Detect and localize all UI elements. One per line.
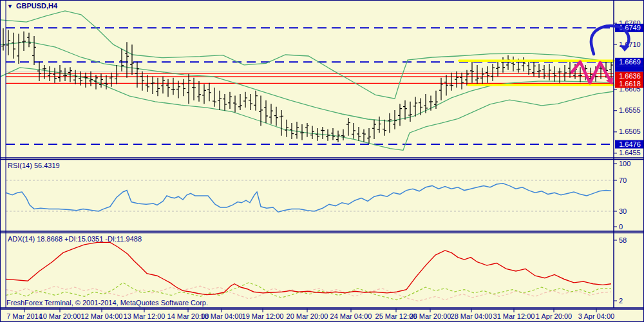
ohlc-bar xyxy=(197,81,201,102)
time-axis-label: 13 Mar 12:00 xyxy=(124,312,166,320)
symbol-title[interactable]: ▼GBPUSD,H4 xyxy=(7,2,57,10)
ohlc-bar xyxy=(249,94,252,110)
rsi-indicator-label: RSI(14) 56.4319 xyxy=(8,162,60,169)
chart-canvas[interactable]: 1.67601.67101.66051.65551.65051.64551.67… xyxy=(1,1,644,322)
bollinger-lower-band xyxy=(1,68,614,150)
adx-line xyxy=(6,242,611,294)
ohlc-bar xyxy=(403,100,407,120)
time-axis-label: 24 Mar 04:00 xyxy=(330,312,372,320)
ohlc-bar xyxy=(223,94,227,111)
time-axis-label: 19 Mar 12:00 xyxy=(242,312,284,320)
copyright-text: FreshForex Terminal, © 2001-2014, MetaQu… xyxy=(6,299,208,307)
ohlc-bar xyxy=(486,66,489,83)
ohlc-bar xyxy=(372,120,376,139)
rsi-axis-label: 100 xyxy=(619,160,630,167)
ohlc-bar xyxy=(285,120,289,137)
ohlc-bar xyxy=(558,68,562,83)
adx-indicator-label: ADX(14) 18.8668 +DI:15.0351 -DI:11.9488 xyxy=(8,235,142,243)
ohlc-bar xyxy=(63,68,67,82)
ohlc-bar xyxy=(362,129,366,142)
ohlc-bar xyxy=(115,65,118,84)
ohlc-bar xyxy=(413,97,417,117)
ohlc-bar xyxy=(274,107,278,126)
ohlc-bar xyxy=(511,57,515,71)
ohlc-bar xyxy=(207,83,211,101)
ohlc-bar xyxy=(305,123,309,137)
ohlc-bar xyxy=(32,36,36,65)
ohlc-bar xyxy=(568,62,572,78)
ohlc-bar xyxy=(187,74,191,104)
ohlc-bar xyxy=(6,30,10,55)
price-badge-obscured xyxy=(615,66,644,72)
ohlc-bar xyxy=(310,126,314,140)
price-badge-label: 1.6618 xyxy=(619,80,641,88)
ohlc-bar xyxy=(388,113,392,133)
ohlc-bar xyxy=(228,92,232,109)
time-axis-label: 1 Apr 20:00 xyxy=(536,312,572,320)
rsi-axis-label: 70 xyxy=(619,176,627,184)
ohlc-bar xyxy=(470,62,474,83)
ohlc-bar xyxy=(532,62,536,77)
ohlc-bar xyxy=(202,84,206,104)
time-axis-label: 20 Mar 20:00 xyxy=(287,312,328,320)
price-badge-label: 1.6669 xyxy=(619,58,641,66)
price-badge-label: 1.6476 xyxy=(619,140,641,148)
ohlc-bar xyxy=(218,91,222,110)
magenta-zigzag-annotation[interactable] xyxy=(572,62,611,83)
ohlc-bar xyxy=(341,129,345,140)
ohlc-bar xyxy=(233,96,237,113)
ohlc-bar xyxy=(109,73,113,87)
ohlc-bar xyxy=(295,122,299,138)
ohlc-bar xyxy=(99,73,103,88)
ohlc-bar xyxy=(1,28,5,50)
ohlc-bar xyxy=(125,42,129,78)
symbol-title-text: GBPUSD,H4 xyxy=(16,2,57,10)
ohlc-bar xyxy=(171,78,175,95)
ohlc-bar xyxy=(450,73,453,91)
ohlc-bar xyxy=(192,78,196,100)
time-axis-label: 28 Mar 04:00 xyxy=(451,312,493,320)
ohlc-bar xyxy=(27,33,31,48)
ohlc-bar xyxy=(321,127,325,139)
price-axis-label: 1.6455 xyxy=(619,149,641,156)
time-axis-label: 3 Apr 04:00 xyxy=(578,312,614,320)
ohlc-bar xyxy=(243,92,247,108)
ohlc-bar xyxy=(357,127,361,141)
time-axis-label: 18 Mar 04:00 xyxy=(201,312,243,320)
ohlc-bar xyxy=(213,88,216,107)
ohlc-bar xyxy=(537,64,541,78)
ohlc-bar xyxy=(408,102,412,122)
ohlc-bar xyxy=(522,57,526,71)
ohlc-bar xyxy=(563,65,567,81)
adx-axis-label: 2 xyxy=(619,297,623,305)
rsi-axis-label: 30 xyxy=(619,207,627,215)
ohlc-bar xyxy=(161,77,165,93)
ohlc-bar xyxy=(151,77,155,94)
time-axis-label: 31 Mar 12:00 xyxy=(493,312,535,320)
symbol-dropdown-icon[interactable]: ▼ xyxy=(7,3,13,10)
price-axis-label: 1.6555 xyxy=(619,106,641,114)
rsi-axis-label: 0 xyxy=(619,223,623,231)
ohlc-bar xyxy=(439,78,443,100)
blue-arrow-head xyxy=(620,45,630,52)
time-axis-label: 7 Mar 2014 xyxy=(6,312,43,320)
ohlc-bar xyxy=(352,123,355,138)
price-axis-label: 1.6505 xyxy=(619,128,641,135)
ohlc-bar xyxy=(429,96,433,111)
ohlc-bar xyxy=(279,110,283,136)
ohlc-bar xyxy=(182,79,185,96)
ohlc-bar xyxy=(578,67,582,82)
ohlc-bar xyxy=(254,91,258,111)
time-axis-label: 10 Mar 20:00 xyxy=(39,312,81,320)
ohlc-bar xyxy=(491,64,495,81)
ohlc-bar xyxy=(120,49,124,71)
chart-window[interactable]: 1.67601.67101.66051.65551.65051.64551.67… xyxy=(0,0,644,322)
ohlc-bar xyxy=(475,65,479,84)
price-badge-label: 1.6636 xyxy=(619,72,641,80)
ohlc-bar xyxy=(398,104,402,126)
ohlc-bar xyxy=(156,78,160,96)
adx-axis-label: 58 xyxy=(619,236,627,244)
ohlc-bar xyxy=(73,70,77,84)
ohlc-bar xyxy=(37,62,41,81)
ohlc-bar xyxy=(331,128,335,140)
